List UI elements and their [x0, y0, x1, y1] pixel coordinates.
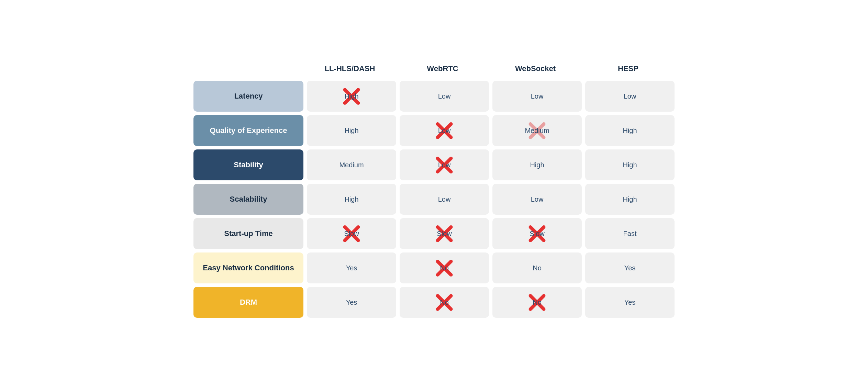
value-cell-latency-col2: Low: [400, 81, 489, 112]
cell-text-latency-col4: Low: [624, 92, 636, 100]
header-col3: WebSocket: [489, 61, 582, 77]
value-cell-drm-col1: Yes: [307, 287, 396, 318]
cell-text-startup-col4: Fast: [623, 230, 637, 238]
rows-container: LatencyHighLowLowLowQuality of Experienc…: [193, 81, 675, 318]
value-cell-scalability-col2: Low: [400, 184, 489, 215]
value-cell-latency-col3: Low: [492, 81, 582, 112]
cell-text-scalability-col1: High: [344, 195, 358, 203]
value-cell-scalability-col4: High: [585, 184, 675, 215]
cell-text-stability-col1: Medium: [339, 161, 364, 169]
value-cell-latency-col1: High: [307, 81, 396, 112]
value-cell-stability-col2: Low: [400, 149, 489, 180]
value-cell-qoe-col4: High: [585, 115, 675, 146]
cell-text-drm-col2: No: [440, 299, 449, 306]
value-cell-scalability-col3: Low: [492, 184, 582, 215]
value-cell-stability-col3: High: [492, 149, 582, 180]
value-cell-scalability-col1: High: [307, 184, 396, 215]
data-row-network: Easy Network ConditionsYesNoNoYes: [193, 252, 675, 283]
cell-text-qoe-col3: Medium: [525, 127, 549, 135]
row-label-network: Easy Network Conditions: [193, 252, 303, 283]
value-cell-startup-col1: Slow: [307, 218, 396, 249]
value-cell-network-col1: Yes: [307, 252, 396, 283]
comparison-table: LL-HLS/DASH WebRTC WebSocket HESP Latenc…: [193, 61, 675, 321]
cell-text-drm-col1: Yes: [346, 299, 357, 306]
value-cell-startup-col2: Slow: [400, 218, 489, 249]
cell-text-scalability-col4: High: [623, 195, 637, 203]
value-cell-drm-col2: No: [400, 287, 489, 318]
cell-text-network-col4: Yes: [624, 264, 636, 272]
cell-text-drm-col4: Yes: [624, 299, 636, 306]
cell-text-latency-col3: Low: [531, 92, 544, 100]
data-row-scalability: ScalabilityHighLowLowHigh: [193, 184, 675, 215]
value-cell-network-col2: No: [400, 252, 489, 283]
cell-text-stability-col2: Low: [438, 161, 451, 169]
value-cell-latency-col4: Low: [585, 81, 675, 112]
value-cell-drm-col3: No: [492, 287, 582, 318]
header-col2: WebRTC: [396, 61, 489, 77]
value-cell-qoe-col1: High: [307, 115, 396, 146]
cell-text-latency-col1: High: [344, 92, 358, 100]
row-label-drm: DRM: [193, 287, 303, 318]
cell-text-latency-col2: Low: [438, 92, 451, 100]
value-cell-startup-col3: Slow: [492, 218, 582, 249]
cell-text-network-col2: No: [440, 264, 449, 272]
cell-text-drm-col3: No: [533, 299, 542, 306]
value-cell-network-col3: No: [492, 252, 582, 283]
header-col4: HESP: [582, 61, 675, 77]
value-cell-stability-col4: High: [585, 149, 675, 180]
data-row-latency: LatencyHighLowLowLow: [193, 81, 675, 112]
row-label-latency: Latency: [193, 81, 303, 112]
row-label-startup: Start-up Time: [193, 218, 303, 249]
header-empty-cell: [193, 61, 303, 77]
data-row-drm: DRMYesNoNoYes: [193, 287, 675, 318]
cell-text-scalability-col3: Low: [531, 195, 544, 203]
cell-text-network-col1: Yes: [346, 264, 357, 272]
cell-text-startup-col3: Slow: [530, 230, 544, 238]
cell-text-startup-col1: Slow: [344, 230, 359, 238]
value-cell-qoe-col2: Low: [400, 115, 489, 146]
cell-text-startup-col2: Slow: [437, 230, 452, 238]
header-row: LL-HLS/DASH WebRTC WebSocket HESP: [193, 61, 675, 77]
header-col1: LL-HLS/DASH: [303, 61, 396, 77]
data-row-qoe: Quality of ExperienceHighLowMediumHigh: [193, 115, 675, 146]
value-cell-qoe-col3: Medium: [492, 115, 582, 146]
cell-text-qoe-col2: Low: [438, 127, 451, 135]
data-row-startup: Start-up TimeSlowSlowSlowFast: [193, 218, 675, 249]
value-cell-stability-col1: Medium: [307, 149, 396, 180]
cell-text-qoe-col4: High: [623, 127, 637, 135]
row-label-qoe: Quality of Experience: [193, 115, 303, 146]
cell-text-qoe-col1: High: [344, 127, 358, 135]
cell-text-stability-col3: High: [530, 161, 544, 169]
value-cell-startup-col4: Fast: [585, 218, 675, 249]
cell-text-stability-col4: High: [623, 161, 637, 169]
cell-text-scalability-col2: Low: [438, 195, 451, 203]
row-label-stability: Stability: [193, 149, 303, 180]
row-label-scalability: Scalability: [193, 184, 303, 215]
cell-text-network-col3: No: [533, 264, 542, 272]
value-cell-drm-col4: Yes: [585, 287, 675, 318]
data-row-stability: StabilityMediumLowHighHigh: [193, 149, 675, 180]
value-cell-network-col4: Yes: [585, 252, 675, 283]
